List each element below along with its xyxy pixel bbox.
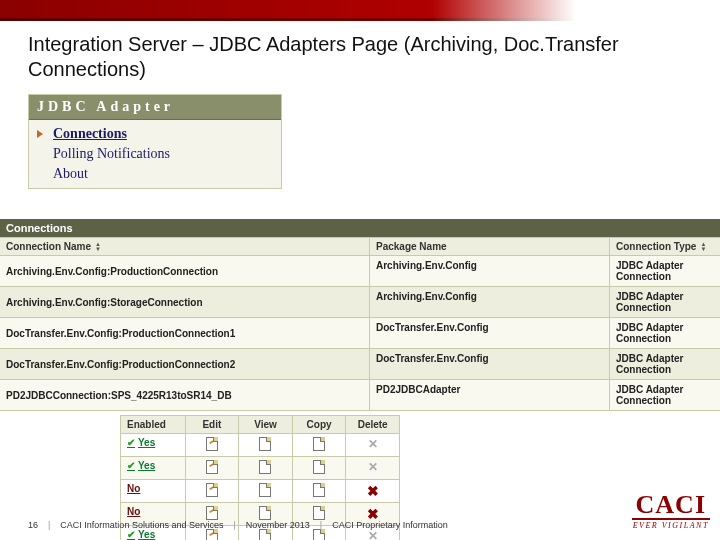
table-row: Archiving.Env.Config:StorageConnectionAr… — [0, 287, 720, 318]
check-icon: ✔ — [127, 460, 135, 471]
sort-icon[interactable]: ▲▼ — [95, 242, 101, 252]
connection-type-cell: JDBC Adapter Connection — [610, 256, 720, 287]
col-enabled: Enabled — [121, 416, 186, 433]
page-number: 16 — [28, 520, 38, 530]
connection-type-cell: JDBC Adapter Connection — [610, 318, 720, 349]
col-package-name[interactable]: Package Name — [370, 238, 610, 255]
table-row: DocTransfer.Env.Config:ProductionConnect… — [0, 349, 720, 380]
slide-footer: 16 | CACI Information Solutions and Serv… — [28, 492, 710, 530]
enabled-toggle[interactable]: ✔Yes — [127, 460, 155, 471]
table-row: DocTransfer.Env.Config:ProductionConnect… — [0, 318, 720, 349]
view-icon[interactable] — [259, 529, 271, 540]
connection-type-cell: JDBC Adapter Connection — [610, 380, 720, 411]
adapter-nav-item[interactable]: Connections — [35, 124, 275, 144]
table-row: Archiving.Env.Config:ProductionConnectio… — [0, 256, 720, 287]
package-name-cell: Archiving.Env.Config — [370, 287, 610, 318]
slide-top-accent — [0, 0, 720, 18]
copy-icon[interactable] — [313, 529, 325, 540]
connections-header-row: Connection Name ▲▼ Package Name Connecti… — [0, 237, 720, 256]
table-row: ✔Yes✕ — [120, 434, 400, 457]
copy-icon[interactable] — [313, 437, 325, 451]
enabled-toggle[interactable]: ✔Yes — [127, 529, 155, 540]
footer-date: November 2013 — [246, 520, 310, 530]
connection-name-cell[interactable]: PD2JDBCConnection:SPS_4225R13toSR14_DB — [0, 380, 370, 411]
edit-icon[interactable] — [206, 437, 218, 451]
col-delete: Delete — [346, 416, 399, 433]
copy-icon[interactable] — [313, 460, 325, 474]
check-icon: ✔ — [127, 529, 135, 540]
connection-type-cell: JDBC Adapter Connection — [610, 349, 720, 380]
connection-name-cell[interactable]: DocTransfer.Env.Config:ProductionConnect… — [0, 318, 370, 349]
col-copy: Copy — [293, 416, 347, 433]
table-row: ✔Yes✕ — [120, 457, 400, 480]
package-name-cell: PD2JDBCAdapter — [370, 380, 610, 411]
adapter-panel-header: JDBC Adapter — [29, 95, 281, 120]
edit-icon[interactable] — [206, 460, 218, 474]
delete-icon: ✕ — [368, 529, 378, 540]
connection-name-cell[interactable]: DocTransfer.Env.Config:ProductionConnect… — [0, 349, 370, 380]
sort-icon[interactable]: ▲▼ — [700, 242, 706, 252]
connections-table: Connections Connection Name ▲▼ Package N… — [0, 219, 720, 411]
table-row: PD2JDBCConnection:SPS_4225R13toSR14_DBPD… — [0, 380, 720, 411]
col-connection-type[interactable]: Connection Type ▲▼ — [610, 238, 720, 255]
edit-icon[interactable] — [206, 529, 218, 540]
adapter-nav-item[interactable]: Polling Notifications — [35, 144, 275, 164]
view-icon[interactable] — [259, 460, 271, 474]
col-view: View — [239, 416, 293, 433]
package-name-cell: DocTransfer.Env.Config — [370, 318, 610, 349]
footer-org: CACI Information Solutions and Services — [60, 520, 223, 530]
view-icon[interactable] — [259, 437, 271, 451]
delete-icon: ✕ — [368, 460, 378, 474]
connections-heading: Connections — [0, 219, 720, 237]
page-title: Integration Server – JDBC Adapters Page … — [0, 18, 720, 88]
footer-confidentiality: CACI Proprietary Information — [332, 520, 448, 530]
col-connection-name[interactable]: Connection Name ▲▼ — [0, 238, 370, 255]
connection-name-cell[interactable]: Archiving.Env.Config:StorageConnection — [0, 287, 370, 318]
connection-name-cell[interactable]: Archiving.Env.Config:ProductionConnectio… — [0, 256, 370, 287]
actions-header-row: Enabled Edit View Copy Delete — [120, 415, 400, 434]
col-edit: Edit — [186, 416, 240, 433]
caci-logo: CACI EVER VIGILANT — [632, 492, 710, 530]
connection-type-cell: JDBC Adapter Connection — [610, 287, 720, 318]
enabled-toggle[interactable]: ✔Yes — [127, 437, 155, 448]
package-name-cell: Archiving.Env.Config — [370, 256, 610, 287]
delete-icon: ✕ — [368, 437, 378, 451]
check-icon: ✔ — [127, 437, 135, 448]
package-name-cell: DocTransfer.Env.Config — [370, 349, 610, 380]
adapter-panel: JDBC Adapter ConnectionsPolling Notifica… — [28, 94, 282, 189]
adapter-nav-item[interactable]: About — [35, 164, 275, 184]
